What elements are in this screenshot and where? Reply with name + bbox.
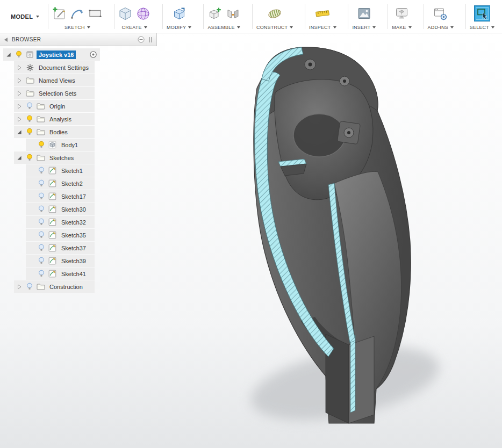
new-component-icon[interactable] xyxy=(207,6,222,21)
visibility-bulb-icon[interactable] xyxy=(37,244,46,252)
tree-row-sketch35[interactable]: Sketch35 xyxy=(26,229,95,241)
toolbar-dropdown-add-ins[interactable]: ADD-INS xyxy=(428,25,454,30)
measure-icon[interactable] xyxy=(315,6,330,20)
tree-item-label[interactable]: Origin xyxy=(47,102,67,111)
expand-arrow-icon[interactable] xyxy=(15,65,23,70)
tree-item-label[interactable]: Sketch35 xyxy=(59,231,88,240)
visibility-bulb-icon[interactable] xyxy=(25,128,34,136)
shaft-opening[interactable] xyxy=(293,114,345,157)
tree-row-construction[interactable]: Construction xyxy=(14,280,95,293)
primitive-box-icon[interactable] xyxy=(118,6,132,21)
tree-item-label[interactable]: Body1 xyxy=(59,141,80,149)
workspace-switcher[interactable]: MODEL xyxy=(0,0,48,33)
tree-item-label[interactable]: Sketch2 xyxy=(59,179,85,188)
visibility-bulb-icon[interactable] xyxy=(37,270,46,278)
toolbar-dropdown-create[interactable]: CREATE xyxy=(122,25,147,30)
collapse-arrow-icon[interactable] xyxy=(4,52,12,57)
collapse-panel-icon[interactable] xyxy=(4,37,8,42)
tree-row-analysis[interactable]: Analysis xyxy=(14,113,95,125)
toolbar-dropdown-make[interactable]: MAKE xyxy=(392,25,411,30)
visibility-bulb-icon[interactable] xyxy=(37,167,46,175)
visibility-bulb-icon[interactable] xyxy=(37,205,46,213)
scripts-addins-icon[interactable] xyxy=(433,6,448,21)
tree-item-label[interactable]: Sketch39 xyxy=(59,257,88,265)
tree-item-label[interactable]: Sketch41 xyxy=(59,270,88,278)
construction-plane-icon[interactable] xyxy=(267,6,282,21)
tree-item-label[interactable]: Named Views xyxy=(37,76,77,85)
tree-item-label[interactable]: Joystick v16 xyxy=(37,50,76,59)
tree-item-label[interactable]: Sketch30 xyxy=(59,205,88,214)
tree-row-sketch2[interactable]: Sketch2 xyxy=(26,177,95,190)
tree-row-named-views[interactable]: Named Views xyxy=(14,74,95,86)
visibility-bulb-icon[interactable] xyxy=(25,102,34,110)
press-pull-icon[interactable] xyxy=(172,6,187,21)
collapse-arrow-icon[interactable] xyxy=(15,155,23,161)
panel-grip-icon[interactable] xyxy=(148,37,153,43)
screw-boss[interactable] xyxy=(305,59,315,70)
toolbar-dropdown-sketch[interactable]: SKETCH xyxy=(64,25,90,30)
tree-item-label[interactable]: Selection Sets xyxy=(37,89,78,98)
bottom-column-section-face[interactable] xyxy=(350,335,355,413)
tree-row-sketch32[interactable]: Sketch32 xyxy=(26,216,95,228)
expand-arrow-icon[interactable] xyxy=(15,104,23,109)
tree-row-sketch1[interactable]: Sketch1 xyxy=(26,164,95,177)
select-tool-icon[interactable] xyxy=(474,5,490,21)
toolbar-group-icons xyxy=(118,2,150,25)
expand-arrow-icon[interactable] xyxy=(15,78,23,83)
tree-item-label[interactable]: Document Settings xyxy=(37,63,91,72)
joint-icon[interactable] xyxy=(226,6,240,21)
tree-item-label[interactable]: Bodies xyxy=(47,128,70,136)
toolbar-dropdown-construct[interactable]: CONSTRUCT xyxy=(256,25,293,30)
tree-row-body1[interactable]: Body1 xyxy=(26,139,95,151)
tree-row-sketch37[interactable]: Sketch37 xyxy=(26,242,95,254)
tree-row-document-settings[interactable]: Document Settings xyxy=(14,61,95,74)
rectangle-icon[interactable] xyxy=(88,6,102,20)
expand-arrow-icon[interactable] xyxy=(15,91,23,96)
toolbar-dropdown-assemble[interactable]: ASSEMBLE xyxy=(208,25,240,30)
workspace-label: MODEL xyxy=(11,13,33,20)
tree-row-sketch39[interactable]: Sketch39 xyxy=(26,255,95,267)
tree-item-label[interactable]: Sketches xyxy=(47,154,76,162)
activate-target-icon[interactable] xyxy=(89,50,97,59)
visibility-bulb-icon[interactable] xyxy=(37,231,46,239)
visibility-bulb-icon[interactable] xyxy=(25,115,34,123)
screw-boss[interactable] xyxy=(340,76,349,86)
tree-row-origin[interactable]: Origin xyxy=(14,100,95,112)
visibility-bulb-icon[interactable] xyxy=(37,192,46,200)
expand-arrow-icon[interactable] xyxy=(15,117,23,122)
screw-boss[interactable] xyxy=(338,121,361,144)
create-sketch-icon[interactable] xyxy=(52,6,67,21)
toolbar-dropdown-modify[interactable]: MODIFY xyxy=(167,25,191,30)
fit-curve-icon[interactable] xyxy=(70,6,84,20)
visibility-bulb-icon[interactable] xyxy=(14,50,23,59)
visibility-bulb-icon[interactable] xyxy=(25,283,34,291)
tree-row-sketch17[interactable]: Sketch17 xyxy=(26,190,95,203)
collapse-arrow-icon[interactable] xyxy=(15,129,23,135)
tree-item-label[interactable]: Analysis xyxy=(47,115,74,124)
tree-row-sketch30[interactable]: Sketch30 xyxy=(26,203,95,215)
collapse-all-icon[interactable] xyxy=(138,36,145,43)
tree-item-label[interactable]: Sketch17 xyxy=(59,192,88,201)
tree-row-sketch41[interactable]: Sketch41 xyxy=(26,268,95,280)
tree-item-label[interactable]: Sketch37 xyxy=(59,244,88,252)
visibility-bulb-icon[interactable] xyxy=(37,179,46,187)
make-3d-print-icon[interactable] xyxy=(395,6,409,20)
tree-row-bodies[interactable]: Bodies xyxy=(14,126,95,138)
tree-item-label[interactable]: Sketch32 xyxy=(59,218,88,227)
visibility-bulb-icon[interactable] xyxy=(37,218,46,226)
insert-image-icon[interactable] xyxy=(357,6,371,20)
tree-row-joystick-v16[interactable]: Joystick v16 xyxy=(3,48,100,61)
visibility-bulb-icon[interactable] xyxy=(25,154,34,162)
tree-item-label[interactable]: Sketch1 xyxy=(59,167,85,175)
toolbar-group-modify: MODIFY xyxy=(162,0,196,33)
primitive-sphere-icon[interactable] xyxy=(136,6,150,21)
tree-row-sketches[interactable]: Sketches xyxy=(14,151,95,164)
tree-item-label[interactable]: Construction xyxy=(47,283,85,291)
toolbar-dropdown-insert[interactable]: INSERT xyxy=(352,25,376,30)
visibility-bulb-icon[interactable] xyxy=(37,257,46,265)
visibility-bulb-icon[interactable] xyxy=(37,141,46,149)
tree-row-selection-sets[interactable]: Selection Sets xyxy=(14,87,95,99)
toolbar-dropdown-inspect[interactable]: INSPECT xyxy=(309,25,336,30)
toolbar-dropdown-select[interactable]: SELECT xyxy=(470,25,494,30)
expand-arrow-icon[interactable] xyxy=(15,284,23,290)
